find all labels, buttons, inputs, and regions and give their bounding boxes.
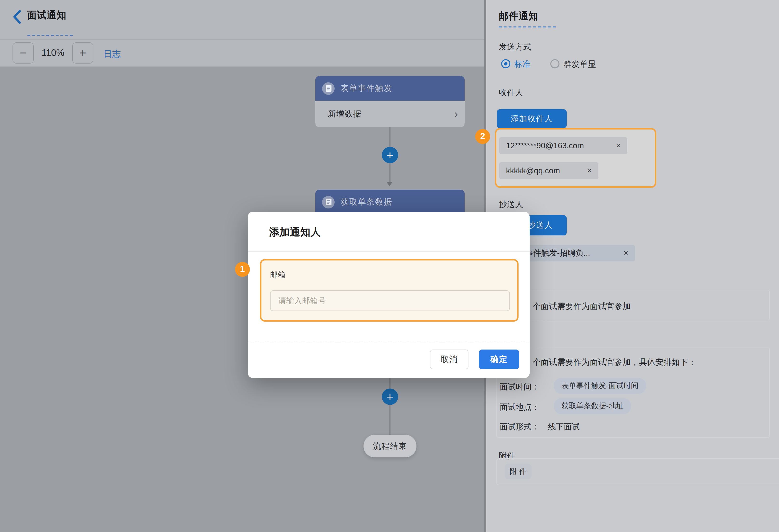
logs-link[interactable]: 日志 <box>104 48 121 60</box>
panel-title: 邮件通知 <box>499 10 538 23</box>
confirm-button[interactable]: 确定 <box>479 350 519 369</box>
flow-connector <box>390 163 391 182</box>
recipients-label: 收件人 <box>499 87 523 98</box>
content-intro-text: 个面试需要作为面试官参加，具体安排如下： <box>533 357 696 368</box>
interview-form-value: 线下面试 <box>548 422 580 432</box>
flow-node-form-trigger[interactable]: 表单事件触发 新增数据 › <box>315 76 465 127</box>
subject-preview-text: 个面试需要作为面试官参加 <box>533 301 631 312</box>
recipient-tag: 12*******90@163.com × <box>499 137 627 154</box>
zoom-level: 110% <box>34 48 72 58</box>
interview-time-label: 面试时间： <box>500 382 539 393</box>
attachment-field[interactable] <box>496 458 779 485</box>
cancel-button[interactable]: 取消 <box>430 350 469 369</box>
flow-connector <box>390 127 391 147</box>
node-title: 表单事件触发 <box>340 83 393 94</box>
annotation-badge-1: 1 <box>235 262 250 277</box>
form-document-icon <box>322 82 335 95</box>
form-document-icon <box>322 196 335 208</box>
title-underline <box>27 35 73 36</box>
remove-icon[interactable]: × <box>616 141 620 151</box>
recipient-tag: kkkkk@qq.com × <box>499 162 598 179</box>
node-title: 获取单条数据 <box>340 196 393 208</box>
dialog-title: 添加通知人 <box>269 225 321 239</box>
app-header <box>0 0 486 40</box>
arrow-down-icon <box>386 182 393 186</box>
radio-standard[interactable] <box>501 59 511 68</box>
cc-label: 抄送人 <box>499 199 523 210</box>
add-node-button[interactable]: + <box>382 389 398 405</box>
page-title: 面试通知 <box>27 9 66 22</box>
email-input[interactable] <box>270 290 510 311</box>
annotation-box-1: 邮箱 <box>260 259 519 321</box>
dialog-divider <box>248 251 530 252</box>
interview-form-label: 面试形式： <box>500 422 539 432</box>
flow-end-pill: 流程结束 <box>363 435 416 457</box>
node-action-row[interactable]: 新增数据 › <box>315 101 465 127</box>
add-recipient-button[interactable]: 添加收件人 <box>497 109 567 128</box>
add-node-button[interactable]: + <box>382 147 398 163</box>
remove-icon[interactable]: × <box>623 248 628 258</box>
attachment-variable-chip: 附 件 <box>504 464 532 479</box>
interview-place-label: 面试地点： <box>500 402 539 413</box>
recipient-email: kkkkk@qq.com <box>506 166 560 175</box>
interview-place-variable-chip: 获取单条数据-地址 <box>554 398 631 414</box>
add-notifier-dialog: 添加通知人 邮箱 取消 确定 <box>248 212 530 378</box>
remove-icon[interactable]: × <box>587 166 592 175</box>
recipient-email: 12*******90@163.com <box>506 141 584 150</box>
back-icon[interactable] <box>12 10 22 24</box>
dialog-footer-divider <box>248 341 530 341</box>
interview-time-variable-chip: 表单事件触发-面试时间 <box>554 378 646 394</box>
radio-mass-send-label[interactable]: 群发单显 <box>563 59 596 70</box>
chevron-right-icon: › <box>454 109 458 119</box>
zoom-in-button[interactable]: + <box>72 42 94 64</box>
radio-mass-send[interactable] <box>550 59 559 68</box>
node-header: 表单事件触发 <box>315 76 465 101</box>
zoom-out-button[interactable]: − <box>12 42 34 64</box>
node-subtitle: 新增数据 <box>328 109 362 119</box>
email-label: 邮箱 <box>270 270 286 280</box>
annotation-badge-2: 2 <box>475 129 490 144</box>
node-header: 获取单条数据 <box>315 190 465 214</box>
radio-standard-label[interactable]: 标准 <box>514 59 531 70</box>
panel-title-underline <box>499 26 556 27</box>
send-method-label: 发送方式 <box>499 42 532 53</box>
